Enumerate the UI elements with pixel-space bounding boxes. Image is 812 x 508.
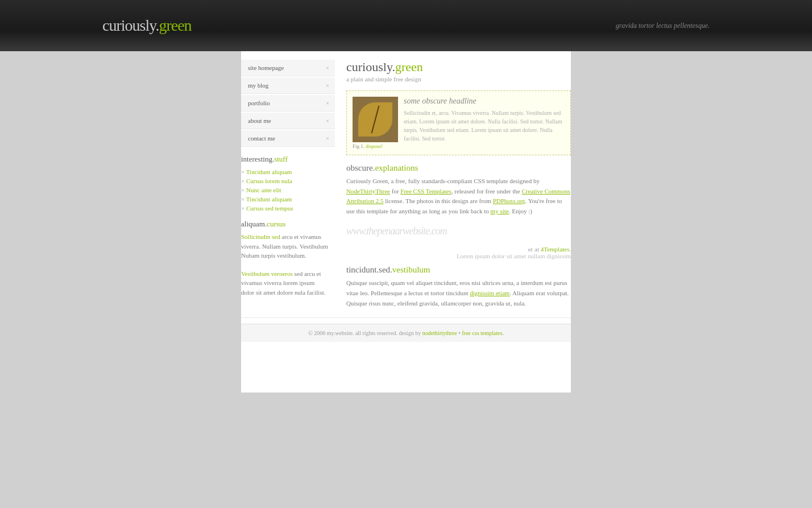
featured-caption: Fig 1. dispose! (353, 143, 398, 149)
featured-headline: some obscure headline (404, 97, 565, 106)
nav-item-about[interactable]: about me × (241, 113, 335, 129)
sidebar-para1-link[interactable]: Sollicitudin sed (241, 233, 280, 240)
nav-item-homepage[interactable]: site homepage × (241, 60, 335, 76)
nav-label: portfolio (248, 100, 270, 106)
sidebar-link[interactable]: Tincidunt aliquam (246, 196, 292, 203)
list-item: Cursus lorem nula (241, 176, 335, 185)
sidebar-para1: Sollicitudin sed arcu et vivamus viverra… (241, 232, 335, 261)
featured-body: Sollicitudin et, arcu. Vivamus viverra. … (404, 109, 565, 143)
header: curiously.green gravida tortor lectus pe… (0, 0, 812, 51)
sidebar-link[interactable]: Tincidunt aliquam (246, 168, 292, 175)
list-item: Tincidunt aliquam (241, 195, 335, 204)
nav-label: site homepage (248, 64, 284, 71)
site-logo[interactable]: curiously.green (102, 16, 192, 35)
list-item: Tincidunt aliquam (241, 167, 335, 176)
aliquam-section-title: aliquam.cursus (241, 213, 335, 232)
sidebar-link[interactable]: Cursus lorem nula (246, 177, 292, 184)
freecss-link[interactable]: Free CSS Templates (400, 188, 451, 195)
featured-content: some obscure headline Sollicitudin et, a… (404, 97, 565, 149)
watermark-area: www.thepenaarwebsite.com (346, 225, 571, 242)
sidebar-para2-link[interactable]: Vestibulum veroeros (241, 270, 293, 277)
footer-link-node[interactable]: nodethirtythree (422, 330, 457, 336)
sidebar: site homepage × my blog × portfolio × ab… (241, 60, 335, 317)
main-content: curiously.green a plain and simple free … (335, 60, 571, 317)
interesting-list: Tincidunt aliquam Cursus lorem nula Nunc… (241, 167, 335, 213)
watermark-text: www.thepenaarwebsite.com (346, 225, 447, 237)
sidebar-link[interactable]: Nunc ante elit (246, 187, 281, 193)
dignissim-link[interactable]: dignissim etiam (470, 290, 509, 296)
main-site-title: curiously.green (346, 60, 571, 75)
footer-divider (241, 317, 571, 318)
nav-menu: site homepage × my blog × portfolio × ab… (241, 60, 335, 147)
nav-label: about me (248, 117, 271, 124)
nav-item-blog[interactable]: my blog × (241, 77, 335, 94)
featured-box: Fig 1. dispose! some obscure headline So… (346, 90, 571, 155)
footer: © 2006 my.website. all rights reserved. … (241, 324, 571, 342)
nav-item-contact[interactable]: contact me × (241, 130, 335, 147)
featured-image (353, 97, 398, 142)
section-body-explanations: Curiously Green, a free, fully standards… (346, 176, 571, 216)
list-item: Cursus sed tempus (241, 204, 335, 213)
publisher-link[interactable]: 4Templates (541, 246, 570, 253)
publisher-line: er at 4Templates. (346, 246, 571, 253)
sidebar-para2: Vestibulum veroeros sed arcu et vivamus … (241, 269, 335, 298)
section-vestibulum: tincidunt.sed.vestibulum Quisque suscipi… (346, 265, 571, 308)
sidebar-link[interactable]: Cursus sed tempus (246, 205, 293, 212)
nav-label: contact me (248, 135, 275, 142)
section-explanations: obscure.explanations Curiously Green, a … (346, 163, 571, 216)
pdphoto-link[interactable]: PDPhoto.org (493, 197, 525, 204)
featured-caption-link[interactable]: dispose! (366, 143, 383, 149)
close-icon: × (326, 100, 329, 106)
footer-link-css[interactable]: free css templates (462, 330, 502, 336)
mysite-link[interactable]: my site (491, 208, 509, 214)
close-icon: × (326, 135, 329, 142)
close-icon: × (326, 118, 329, 124)
main-site-subtitle: a plain and simple free design (346, 76, 571, 82)
node-link[interactable]: NodeThirtyThree (346, 188, 390, 195)
layout: site homepage × my blog × portfolio × ab… (241, 60, 571, 317)
close-icon: × (326, 65, 329, 71)
nav-label: my blog (248, 82, 268, 89)
page-wrapper: site homepage × my blog × portfolio × ab… (241, 51, 571, 393)
close-icon: × (326, 82, 329, 89)
section-body-vestibulum: Quisque suscipit, quam vel aliquet tinci… (346, 278, 571, 308)
section-title-explanations: obscure.explanations (346, 163, 571, 173)
lorem-ipsum-text: Lorem ipsum dolor sit amet nullam dignis… (346, 253, 571, 259)
interesting-section-title: interesting.stuff (241, 148, 335, 167)
logo-green: green (159, 16, 191, 34)
logo-text: curiously. (102, 16, 159, 34)
section-title-vestibulum: tincidunt.sed.vestibulum (346, 265, 571, 275)
list-item: Nunc ante elit (241, 185, 335, 195)
featured-image-container: Fig 1. dispose! (353, 97, 398, 149)
nav-item-portfolio[interactable]: portfolio × (241, 95, 335, 111)
header-tagline: gravida tortor lectus pellentesque. (616, 22, 710, 30)
